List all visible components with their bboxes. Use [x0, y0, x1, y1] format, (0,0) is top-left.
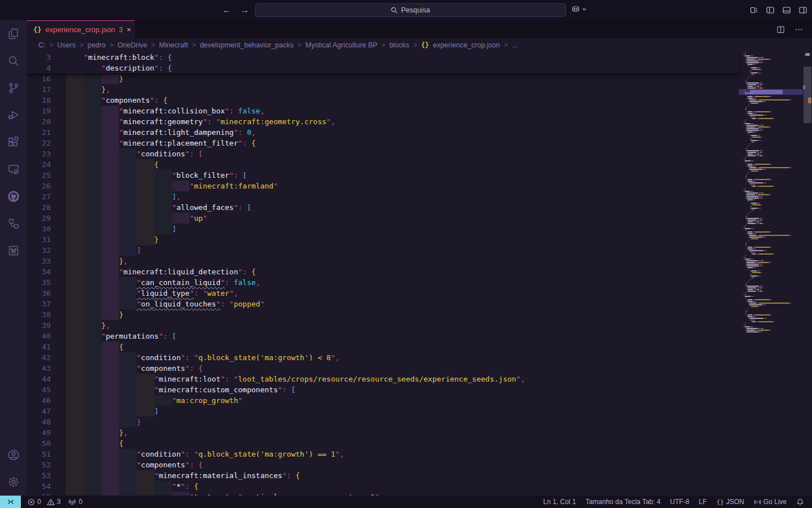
code-text: "minecraft:geometry": "minecraft:geometr…: [66, 116, 335, 127]
code-row[interactable]: 27 ],: [27, 191, 739, 202]
code-row[interactable]: 24 {: [27, 159, 739, 170]
code-row[interactable]: 3 "minecraft:block": {: [27, 52, 739, 63]
sticky-scroll[interactable]: 3 "minecraft:block": {4 "description": {: [27, 52, 739, 74]
go-live-button[interactable]: Go Live: [754, 498, 787, 506]
code-row[interactable]: 37 "on_liquid_touches": "popped": [27, 299, 739, 309]
code-row[interactable]: 33 },: [27, 256, 739, 266]
code-row[interactable]: 51 "condition": "q.block_state('ma:growt…: [27, 449, 739, 459]
code-row[interactable]: 42 "condition": "q.block_state('ma:growt…: [27, 352, 739, 363]
command-center-search[interactable]: Pesquisa: [255, 3, 566, 17]
line-number: 36: [27, 288, 66, 299]
breadcrumb-file[interactable]: experience_crop.json: [433, 41, 500, 49]
line-number: 34: [27, 266, 66, 277]
code-row[interactable]: 32 ]: [27, 245, 739, 256]
account-icon[interactable]: [0, 441, 27, 468]
encoding-setting[interactable]: UTF-8: [670, 498, 689, 506]
back-arrow-icon[interactable]: ←: [222, 5, 231, 15]
code-text: "minecraft:custom_components": [: [66, 384, 295, 395]
code-editor[interactable]: 16 }17 },18 "components": {19 "minecraft…: [27, 52, 812, 496]
code-row[interactable]: 55 "texture": "mystical_resource_crop_st…: [27, 492, 739, 496]
remote-indicator[interactable]: [0, 496, 21, 508]
breadcrumb-separator: >: [298, 41, 302, 49]
code-row[interactable]: 48 }: [27, 417, 739, 427]
search-view-icon[interactable]: [0, 47, 27, 75]
copilot-button[interactable]: [571, 5, 586, 14]
indentation-setting[interactable]: Tamanho da Tecla Tab: 4: [585, 498, 660, 506]
breadcrumb-item[interactable]: Mystical Agriculture BP: [306, 41, 378, 49]
code-row[interactable]: 17 },: [27, 84, 739, 95]
breadcrumb-item[interactable]: C:: [38, 41, 46, 49]
eol-setting[interactable]: LF: [699, 498, 707, 506]
code-row[interactable]: 20 "minecraft:geometry": "minecraft:geom…: [27, 116, 739, 127]
code-row[interactable]: 25 "block_filter": [: [27, 170, 739, 181]
code-text: "minecraft:light_dampening": 0,: [66, 127, 256, 138]
code-row[interactable]: 4 "description": {: [27, 63, 739, 73]
toggle-secondary-sidebar-icon[interactable]: [798, 6, 807, 15]
extensions-icon[interactable]: [0, 129, 27, 156]
code-row[interactable]: 21 "minecraft:light_dampening": 0,: [27, 127, 739, 138]
code-row[interactable]: 38 }: [27, 309, 739, 320]
code-row[interactable]: 35 "can_contain_liquid": false,: [27, 277, 739, 288]
code-row[interactable]: 28 "allowed_faces": [: [27, 202, 739, 213]
code-row[interactable]: 49 },: [27, 427, 739, 438]
split-editor-icon[interactable]: [776, 25, 785, 34]
code-row[interactable]: 16 }: [27, 73, 739, 84]
code-lines[interactable]: 16 }17 },18 "components": {19 "minecraft…: [27, 73, 739, 496]
code-row[interactable]: 44 "minecraft:loot": "loot_tables/crops/…: [27, 374, 739, 384]
breadcrumb-item[interactable]: OneDrive: [117, 41, 147, 49]
code-row[interactable]: 52 "components": {: [27, 459, 739, 470]
code-row[interactable]: 31 }: [27, 234, 739, 245]
tab-experience-crop-json[interactable]: {} experience_crop.json 3 ×: [27, 20, 135, 38]
breadcrumb-item[interactable]: Users: [58, 41, 76, 49]
code-row[interactable]: 50 {: [27, 438, 739, 449]
code-row[interactable]: 41 {: [27, 341, 739, 352]
toggle-primary-sidebar-icon[interactable]: [766, 6, 775, 15]
ports-indicator[interactable]: 0: [68, 498, 82, 506]
breadcrumb-tail[interactable]: ...: [512, 41, 518, 49]
language-mode[interactable]: {} JSON: [716, 498, 744, 506]
code-text: "on_liquid_touches": "popped": [66, 299, 264, 309]
breadcrumb-separator: >: [413, 41, 417, 49]
code-row[interactable]: 36 "liquid_type": "water",: [27, 288, 739, 299]
forward-arrow-icon[interactable]: →: [240, 5, 249, 15]
breadcrumb-item[interactable]: pedro: [87, 41, 105, 49]
more-actions-icon[interactable]: [795, 25, 803, 34]
code-row[interactable]: 54 "*": {: [27, 481, 739, 492]
code-row[interactable]: 18 "components": {: [27, 95, 739, 106]
code-row[interactable]: 47 ]: [27, 406, 739, 417]
cursor-position[interactable]: Ln 1, Col 1: [543, 498, 576, 506]
github-icon[interactable]: [0, 183, 27, 210]
code-row[interactable]: 29 "up": [27, 213, 739, 224]
code-row[interactable]: 23 "conditions": [: [27, 148, 739, 159]
notifications-bell-icon[interactable]: [796, 498, 804, 506]
tab-close-icon[interactable]: ×: [127, 25, 131, 34]
code-row[interactable]: 19 "minecraft:collision_box": false,: [27, 106, 739, 116]
code-text: "components": {: [66, 95, 167, 106]
code-row[interactable]: 34 "minecraft:liquid_detection": {: [27, 266, 739, 277]
code-row[interactable]: 53 "minecraft:material_instances": {: [27, 470, 739, 481]
code-row[interactable]: 40 "permutations": [: [27, 331, 739, 341]
problems-indicator[interactable]: 0 3: [28, 498, 60, 506]
source-control-icon[interactable]: [0, 75, 27, 102]
explorer-icon[interactable]: [0, 20, 27, 47]
scrollbar-slider[interactable]: [804, 67, 811, 123]
minimap[interactable]: [739, 52, 803, 496]
code-row[interactable]: 30 ]: [27, 224, 739, 234]
breadcrumb-item[interactable]: development_behavior_packs: [200, 41, 293, 49]
minecraft-creeper-icon[interactable]: [0, 237, 27, 264]
run-and-debug-icon[interactable]: [0, 102, 27, 129]
code-row[interactable]: 39 },: [27, 320, 739, 331]
settings-gear-icon[interactable]: [0, 468, 27, 496]
code-row[interactable]: 46 "ma:crop_growth": [27, 395, 739, 406]
breadcrumb-item[interactable]: blocks: [389, 41, 409, 49]
code-row[interactable]: 26 "minecraft:farmland": [27, 181, 739, 191]
customize-layout-icon[interactable]: [749, 6, 758, 15]
code-row[interactable]: 45 "minecraft:custom_components": [: [27, 384, 739, 395]
connections-icon[interactable]: [0, 210, 27, 237]
remote-explorer-icon[interactable]: [0, 156, 27, 183]
chevron-down-icon: [582, 7, 586, 11]
toggle-panel-icon[interactable]: [782, 6, 791, 15]
code-row[interactable]: 22 "minecraft:placement_filter": {: [27, 138, 739, 148]
code-row[interactable]: 43 "components": {: [27, 363, 739, 374]
breadcrumb-item[interactable]: Minecraft: [159, 41, 188, 49]
